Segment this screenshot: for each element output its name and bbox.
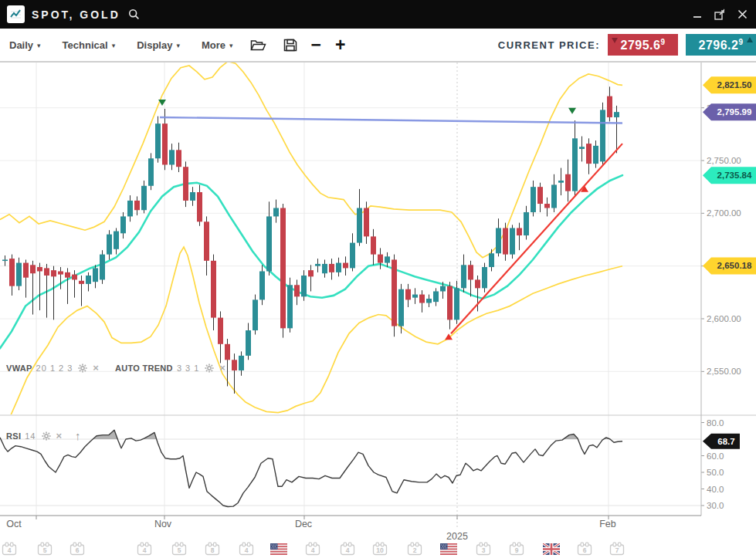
chevron-down-icon: ▾ <box>37 40 41 49</box>
popout-button[interactable] <box>714 8 726 21</box>
more-dropdown[interactable]: More ▾ <box>202 39 233 51</box>
svg-text:2,650.18: 2,650.18 <box>717 261 752 270</box>
gear-icon[interactable] <box>42 431 51 441</box>
calendar-event-icon[interactable]: 3 <box>475 542 492 556</box>
price-up-arrow-icon <box>747 37 753 42</box>
svg-text:5: 5 <box>43 546 47 554</box>
calendar-event-icon[interactable]: 5 <box>36 542 53 556</box>
remove-indicator-icon[interactable]: × <box>219 363 225 373</box>
candle <box>155 123 161 158</box>
candle <box>2 259 8 261</box>
zoom-out-button[interactable]: − <box>311 36 321 54</box>
candle <box>218 318 223 344</box>
chevron-down-icon: ▾ <box>229 40 233 49</box>
rsi-axis-label: 80.0 <box>707 418 724 428</box>
x-axis-month-label: Dec <box>295 519 312 529</box>
candle <box>614 112 619 117</box>
calendar-event-icon[interactable]: 4 <box>304 542 321 556</box>
candle <box>176 150 181 167</box>
candle <box>141 186 147 210</box>
candle <box>225 344 230 360</box>
candle <box>524 212 529 235</box>
price-axis-label: 2,600.00 <box>707 314 741 323</box>
gb-flag-event-icon[interactable] <box>543 543 560 557</box>
candle <box>183 167 188 201</box>
candle <box>364 208 369 237</box>
candle <box>475 279 480 288</box>
candle <box>58 272 63 275</box>
vwap-indicator-label: VWAP 20 1 2 3 × <box>6 363 104 373</box>
rsi-indicator-row: RSI 14 × ↑ <box>6 430 92 441</box>
search-icon[interactable] <box>128 8 140 20</box>
price-axis-label: 2,550.00 <box>707 367 741 376</box>
candle <box>287 285 293 328</box>
display-dropdown[interactable]: Display ▾ <box>137 39 180 51</box>
remove-indicator-icon[interactable]: × <box>56 431 63 441</box>
svg-text:4: 4 <box>346 546 350 554</box>
price-down-arrow-icon <box>612 38 618 43</box>
candle <box>565 174 571 191</box>
candle <box>79 281 84 284</box>
candle <box>586 144 592 164</box>
calendar-event-icon[interactable]: 4 <box>1 542 18 556</box>
close-icon[interactable] <box>736 8 748 21</box>
remove-indicator-icon[interactable]: × <box>93 363 99 373</box>
symbol-title: SPOT, GOLD <box>32 8 120 21</box>
candle <box>51 270 56 276</box>
calendar-event-icon[interactable]: 5 <box>171 542 188 556</box>
candle <box>600 110 605 161</box>
calendar-event-icon[interactable]: 4 <box>339 542 356 556</box>
candle <box>454 288 459 320</box>
us-flag-event-icon[interactable] <box>440 543 457 557</box>
gear-icon[interactable] <box>205 364 214 373</box>
autotrend-indicator-label: AUTO TREND 3 3 1 × <box>115 363 231 373</box>
timeframe-dropdown[interactable]: Daily ▾ <box>9 39 41 51</box>
calendar-event-icon[interactable]: 2 <box>406 542 423 556</box>
trading-chart-window: 2,800.002,750.002,700.002,650.002,600.00… <box>0 0 756 558</box>
svg-text:68.7: 68.7 <box>717 437 734 446</box>
open-folder-icon[interactable] <box>250 39 266 52</box>
candle <box>86 276 91 284</box>
x-axis-year-label: 2025 <box>446 531 468 542</box>
calendar-event-icon[interactable]: 9 <box>508 542 525 556</box>
candle <box>405 289 411 300</box>
minimize-button[interactable] <box>691 8 703 21</box>
gear-icon[interactable] <box>78 364 87 373</box>
technical-dropdown[interactable]: Technical ▾ <box>63 39 116 51</box>
candle <box>607 96 612 117</box>
save-icon[interactable] <box>283 39 297 52</box>
chevron-down-icon: ▾ <box>112 40 116 49</box>
candle <box>211 261 216 318</box>
chevron-down-icon: ▾ <box>176 40 180 49</box>
svg-text:2: 2 <box>413 546 417 554</box>
candle <box>315 264 320 266</box>
candle <box>572 138 578 191</box>
candle <box>440 286 446 292</box>
calendar-event-icon[interactable]: 10 <box>371 542 388 556</box>
candle <box>426 299 432 303</box>
zoom-in-button[interactable]: + <box>335 36 345 54</box>
calendar-event-icon[interactable]: 8 <box>204 542 221 556</box>
candle <box>280 208 286 329</box>
candle <box>190 192 195 201</box>
rsi-axis-label: 30.0 <box>707 501 724 510</box>
calendar-event-icon[interactable]: 6 <box>69 542 86 556</box>
candle <box>148 158 154 186</box>
candle <box>100 255 105 280</box>
candle <box>544 204 550 208</box>
us-flag-event-icon[interactable] <box>270 543 287 557</box>
chart-canvas[interactable]: 2,800.002,750.002,700.002,650.002,600.00… <box>0 0 756 558</box>
calendar-event-icon[interactable]: 7 <box>609 542 625 556</box>
candle <box>30 265 36 273</box>
candle <box>127 201 133 217</box>
x-axis-month-label: Oct <box>6 519 21 529</box>
window-controls <box>691 8 748 21</box>
calendar-event-icon[interactable]: 4 <box>238 542 255 556</box>
calendar-event-icon[interactable]: 6 <box>576 542 593 556</box>
candle <box>579 147 585 149</box>
candle <box>246 330 251 356</box>
calendar-event-icon[interactable]: 4 <box>136 542 153 556</box>
move-pane-up-icon[interactable]: ↑ <box>75 430 81 441</box>
candle <box>482 267 487 288</box>
price-axis-label: 2,750.00 <box>707 156 741 165</box>
